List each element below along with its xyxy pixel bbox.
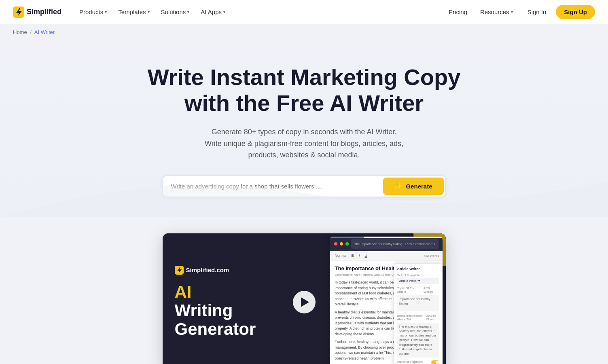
video-logo-icon	[175, 266, 184, 275]
panel-topic-text[interactable]: Importance of Healthy Eating	[397, 295, 439, 311]
close-icon	[334, 242, 337, 245]
generate-button[interactable]: ✨ Generate	[383, 178, 443, 195]
magic-icon: ✨	[394, 182, 403, 190]
play-icon	[301, 297, 309, 307]
panel-template-label: Select Template	[397, 273, 439, 277]
editor-title-bar: The Importance of Healthy Eating 1635 / …	[351, 239, 439, 249]
editor-mockup: The Importance of Healthy Eating 1635 / …	[330, 237, 443, 364]
signup-button[interactable]: Sign Up	[556, 5, 595, 19]
video-title: AI Writing Generator	[175, 283, 315, 339]
progress-bar-fill	[330, 237, 364, 238]
hero-subtitle-line1: Generate 80+ types of copy in seconds wi…	[212, 128, 396, 136]
panel-title: Article Writer	[397, 267, 439, 271]
signin-button[interactable]: Sign In	[521, 5, 553, 19]
video-logo: Simplified.com	[175, 266, 315, 275]
panel-advanced-row: Advanced options	[397, 360, 439, 364]
panel-info-label: Some Information About Thi...	[397, 314, 426, 321]
nav-links: Products ▾ Templates ▾ Solutions ▾ AI Ap…	[74, 5, 444, 19]
panel-info-text[interactable]: The impact of having a healthy diet, the…	[397, 323, 439, 358]
progress-bar	[330, 237, 443, 238]
toolbar-underline[interactable]: U	[363, 253, 369, 258]
word-count: 1635 / 250000 words	[405, 242, 435, 246]
panel-template-select[interactable]: Article Writer ▾	[397, 278, 439, 284]
breadcrumb-current: AI Writer	[34, 29, 55, 35]
nav-products[interactable]: Products ▾	[74, 5, 112, 19]
hero-subtitle-line3: products, websites & social media.	[248, 151, 360, 159]
video-logo-text: Simplified.com	[186, 267, 229, 273]
navigation: Simplified Products ▾ Templates ▾ Soluti…	[0, 0, 608, 24]
toggle-advanced[interactable]	[431, 360, 439, 364]
chevron-down-icon: ▾	[187, 10, 189, 14]
nav-pricing[interactable]: Pricing	[444, 5, 472, 19]
video-right: The Importance of Healthy Eating 1635 / …	[327, 233, 446, 364]
maximize-icon	[345, 242, 349, 245]
nav-solutions[interactable]: Solutions ▾	[156, 5, 195, 19]
panel-info-row: Some Information About Thi... 29/240 Cha…	[397, 314, 439, 322]
panel-topic-label: Topic Of The Article	[397, 286, 424, 294]
logo-icon	[13, 6, 24, 18]
nav-right: Pricing Resources ▾ Sign In Sign Up	[444, 5, 595, 19]
minimize-icon	[340, 242, 343, 245]
breadcrumb-home[interactable]: Home	[13, 29, 28, 35]
hero-section: Write Instant Marketing Copy with the Fr…	[0, 40, 608, 217]
hero-title: Write Instant Marketing Copy with the Fr…	[146, 64, 462, 116]
editor-topbar: The Importance of Healthy Eating 1635 / …	[330, 237, 443, 251]
breadcrumb-separator: /	[30, 29, 32, 35]
toolbar-normal[interactable]: Normal	[333, 253, 348, 258]
chevron-down-icon: ▾	[223, 10, 225, 14]
logo-text: Simplified	[27, 8, 61, 16]
panel-info-count: 29/240 Chars	[426, 314, 439, 321]
hero-subtitle: Generate 80+ types of copy in seconds wi…	[191, 126, 417, 161]
toolbar-bold[interactable]: B	[350, 253, 356, 258]
chevron-down-icon: ▾	[105, 10, 107, 14]
play-button[interactable]	[293, 291, 316, 313]
article-writer-panel: Article Writer Select Template Article W…	[394, 264, 443, 364]
panel-advanced-label: Advanced options	[397, 360, 423, 364]
nav-resources[interactable]: Resources ▾	[475, 5, 518, 19]
breadcrumb: Home / AI Writer	[0, 24, 608, 40]
logo[interactable]: Simplified	[13, 6, 61, 18]
chevron-down-icon: ▾	[148, 10, 150, 14]
search-bar: ✨ Generate	[163, 176, 446, 197]
video-section: Simplified.com AI Writing Generator	[0, 217, 608, 364]
hero-subtitle-line2: Write unique & plagiarism-free content f…	[205, 140, 403, 148]
video-inner: Simplified.com AI Writing Generator	[163, 233, 446, 364]
video-title-generator: Generator	[175, 320, 315, 339]
toolbar-italic[interactable]: I	[357, 253, 362, 258]
search-input[interactable]	[163, 176, 382, 197]
panel-topic-count: 4/20 Words	[424, 286, 439, 294]
editor-toolbar: Normal B I U 482 Words	[330, 251, 443, 260]
panel-topic-row: Topic Of The Article 4/20 Words	[397, 286, 439, 294]
nav-templates[interactable]: Templates ▾	[113, 5, 154, 19]
chevron-down-icon: ▾	[511, 10, 513, 14]
video-container: Simplified.com AI Writing Generator	[163, 233, 446, 364]
nav-ai-apps[interactable]: AI Apps ▾	[196, 5, 230, 19]
editor-word-count: 482 Words	[424, 254, 439, 258]
